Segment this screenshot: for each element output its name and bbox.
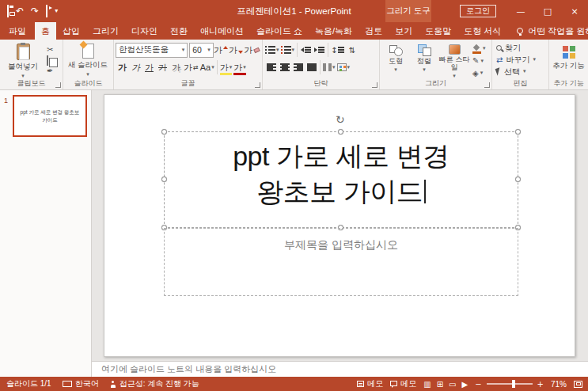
align-left-button[interactable] bbox=[264, 60, 278, 75]
shapes-button[interactable]: 도형 ▾ bbox=[381, 41, 410, 79]
tell-me-box[interactable]: 어떤 작업을 원하시나요? bbox=[510, 22, 588, 40]
text-direction-icon: ⇅ bbox=[349, 46, 355, 55]
new-slide-dropdown-icon: ▾ bbox=[86, 72, 89, 78]
rotate-handle-icon[interactable]: ↻ bbox=[336, 113, 345, 126]
italic-button[interactable]: 가 bbox=[129, 60, 142, 75]
font-size-select[interactable]: 60 ▾ bbox=[189, 43, 213, 58]
close-button[interactable]: × bbox=[561, 0, 588, 22]
tab-help[interactable]: 도움말 bbox=[419, 22, 457, 40]
text-shadow-button[interactable]: 가 bbox=[169, 60, 183, 75]
change-case-button[interactable]: Aa▾ bbox=[199, 60, 215, 75]
drawing-dialog-launcher[interactable] bbox=[484, 82, 490, 88]
character-spacing-button[interactable]: 가⇄ bbox=[183, 60, 199, 75]
bold-button[interactable]: 가 bbox=[116, 60, 129, 75]
slide-sorter-view-button[interactable]: ⊞ bbox=[437, 380, 443, 389]
resize-handle-mid-right[interactable] bbox=[515, 177, 521, 182]
tab-transitions[interactable]: 전환 bbox=[164, 22, 194, 40]
shape-outline-button[interactable]: ✎▾ bbox=[472, 55, 486, 66]
tab-file[interactable]: 파일 bbox=[0, 22, 35, 40]
convert-to-smartart-button[interactable]: ▾ bbox=[336, 60, 351, 75]
fit-to-window-button[interactable] bbox=[574, 381, 582, 388]
resize-handle-top-center[interactable] bbox=[338, 129, 343, 135]
subtitle-placeholder[interactable]: 부제목을 입력하십시오 bbox=[164, 228, 518, 296]
title-placeholder[interactable]: ↻ ppt 가로 세로 변경 왕초보 가이드 bbox=[164, 131, 518, 228]
paste-button[interactable]: 붙여넣기 ▾ bbox=[2, 41, 44, 79]
format-painter-icon[interactable]: ✒ bbox=[47, 66, 53, 77]
tab-slide-show[interactable]: 슬라이드 쇼 bbox=[250, 22, 309, 40]
bullet-list-icon bbox=[265, 46, 275, 54]
comments-toggle-button[interactable]: 메모 bbox=[390, 378, 416, 389]
tab-insert[interactable]: 삽입 bbox=[56, 22, 86, 40]
font-name-select[interactable]: 한컴산뜻돋움 ▾ bbox=[116, 43, 188, 58]
zoom-slider[interactable] bbox=[487, 383, 533, 385]
tab-home[interactable]: 홈 bbox=[35, 22, 56, 40]
increase-indent-button[interactable] bbox=[313, 43, 326, 58]
font-color-button[interactable]: 가▾ bbox=[233, 60, 247, 75]
decrease-indent-button[interactable] bbox=[299, 43, 313, 58]
text-direction-button[interactable]: ⇅ bbox=[345, 43, 358, 58]
paragraph-dialog-launcher[interactable] bbox=[372, 82, 377, 88]
bullets-button[interactable]: ▾ bbox=[264, 43, 280, 58]
decrease-font-size-button[interactable]: 가 bbox=[229, 43, 244, 58]
slide-title-text[interactable]: ppt 가로 세로 변경 왕초보 가이드 bbox=[165, 132, 518, 210]
tab-animations[interactable]: 애니메이션 bbox=[194, 22, 250, 40]
slides-group: 새 슬라이드 ▾ 슬라이드 bbox=[63, 40, 114, 89]
minimize-button[interactable]: — bbox=[507, 0, 534, 22]
addins-button[interactable]: 추가 기능 bbox=[551, 41, 586, 79]
tab-draw[interactable]: 그리기 bbox=[86, 22, 125, 40]
new-slide-button[interactable]: 새 슬라이드 ▾ bbox=[65, 41, 111, 79]
notes-toggle-button[interactable]: 메모 bbox=[357, 378, 383, 389]
language-indicator[interactable]: 한국어 bbox=[63, 378, 99, 389]
zoom-in-button[interactable]: + bbox=[537, 380, 544, 389]
login-button[interactable]: 로그인 bbox=[460, 5, 496, 17]
align-right-button[interactable] bbox=[291, 60, 305, 75]
clear-formatting-button[interactable]: 가 bbox=[243, 43, 260, 58]
highlight-color-button[interactable]: 가▾ bbox=[219, 60, 233, 75]
subtitle-placeholder-text: 부제목을 입력하십시오 bbox=[284, 238, 398, 251]
ribbon: 붙여넣기 ▾ ✂ ✒ 클립보드 새 슬라이드 ▾ 슬라이드 한컴산뜻돋움 bbox=[0, 40, 588, 90]
window-title: 프레젠테이션1 - PowerPoint bbox=[0, 0, 588, 22]
slideshow-view-button[interactable]: ▶ bbox=[462, 380, 469, 389]
font-dialog-launcher[interactable] bbox=[255, 82, 260, 88]
slide[interactable]: ↻ ppt 가로 세로 변경 왕초보 가이드 bbox=[104, 94, 575, 357]
tab-review[interactable]: 검토 bbox=[358, 22, 389, 40]
line-spacing-button[interactable]: ↕ bbox=[330, 43, 345, 58]
cut-icon[interactable]: ✂ bbox=[47, 44, 53, 55]
reading-view-button[interactable]: ▭ bbox=[449, 380, 456, 389]
normal-view-button[interactable]: ▥ bbox=[423, 380, 431, 389]
clipboard-dialog-launcher[interactable] bbox=[55, 82, 61, 88]
view-shortcuts: ▥ ⊞ ▭ ▶ bbox=[423, 380, 468, 389]
numbering-button[interactable]: ▾ bbox=[280, 43, 296, 58]
resize-handle-top-left[interactable] bbox=[161, 129, 167, 135]
resize-handle-top-right[interactable] bbox=[515, 129, 521, 135]
shape-effects-button[interactable]: ◈▾ bbox=[472, 68, 486, 79]
slide-indicator[interactable]: 슬라이드 1/1 bbox=[6, 378, 51, 389]
zoom-slider-thumb[interactable] bbox=[512, 380, 515, 388]
tab-record[interactable]: 녹음/녹화 bbox=[309, 22, 358, 40]
increase-font-size-button[interactable]: 가 bbox=[214, 43, 229, 58]
select-button[interactable]: 선택▾ bbox=[494, 66, 547, 78]
align-center-button[interactable] bbox=[278, 60, 291, 75]
slide-canvas: ↻ ppt 가로 세로 변경 왕초보 가이드 bbox=[92, 90, 588, 361]
zoom-level[interactable]: 71% bbox=[551, 380, 567, 389]
tab-design[interactable]: 디자인 bbox=[125, 22, 164, 40]
resize-handle-mid-left[interactable] bbox=[161, 177, 167, 182]
notes-pane[interactable]: 여기에 슬라이드 노트의 내용을 입력하십시오 bbox=[92, 361, 588, 377]
strikethrough-button[interactable]: 가 bbox=[156, 60, 169, 75]
quick-styles-button[interactable]: 빠른 스타일 ▾ bbox=[438, 41, 470, 79]
shape-fill-button[interactable]: ▾ bbox=[472, 44, 486, 55]
justify-button[interactable] bbox=[305, 60, 318, 75]
paragraph-group-label: 단락 bbox=[263, 78, 379, 89]
zoom-out-button[interactable]: − bbox=[475, 380, 481, 389]
replace-button[interactable]: ⇄바꾸기▾ bbox=[494, 54, 547, 66]
copy-icon[interactable] bbox=[47, 56, 53, 65]
arrange-button[interactable]: 정렬 ▾ bbox=[410, 41, 438, 79]
columns-button[interactable]: ▾ bbox=[322, 60, 336, 75]
maximize-button[interactable]: □ bbox=[534, 0, 561, 22]
underline-button[interactable]: 가 bbox=[142, 60, 156, 75]
tab-view[interactable]: 보기 bbox=[389, 22, 419, 40]
find-button[interactable]: 찾기 bbox=[494, 42, 547, 54]
accessibility-indicator[interactable]: 접근성: 계속 진행 가능 bbox=[110, 378, 199, 389]
tab-shape-format[interactable]: 도형 서식 bbox=[457, 22, 507, 40]
slide-thumbnail[interactable]: ppt 가로 세로 변경 왕초보 가이드 bbox=[13, 95, 87, 137]
